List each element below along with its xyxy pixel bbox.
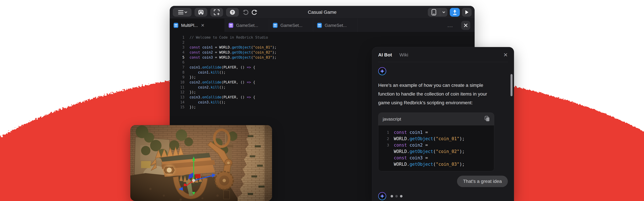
code-token: "coin_02" — [253, 50, 272, 54]
script-file-icon — [228, 22, 234, 28]
code-token: "coin_03" — [436, 162, 459, 167]
ai-message: Here's an example of how you can create … — [378, 81, 489, 107]
code-token: onCollide — [202, 80, 221, 84]
typing-dot — [395, 195, 398, 197]
code-card-header: javascript — [378, 113, 494, 125]
code-token: . — [209, 70, 211, 74]
code-token: getObject — [410, 149, 433, 154]
code-token: ); — [272, 55, 276, 59]
line-code: WORLD.getObject("coin_01"); — [394, 136, 465, 141]
code-token — [407, 155, 410, 160]
code-token: = — [213, 50, 219, 54]
code-token: . — [230, 50, 232, 54]
tab-bar: MultiPl...✕GameSet...GameSet...GameSet..… — [170, 19, 474, 32]
file-tab[interactable]: GameSet... — [225, 19, 269, 32]
code-token: getObject — [232, 55, 251, 59]
code-token: }); — [190, 75, 196, 79]
code-token: PLAYER — [224, 65, 236, 69]
code-token: const — [190, 50, 200, 54]
code-token: PLAYER — [224, 80, 236, 84]
typing-dot — [400, 195, 402, 197]
code-token: = — [422, 143, 428, 148]
line-code: }); — [190, 90, 196, 94]
code-token: const — [394, 143, 407, 148]
tab-close-icon[interactable]: ✕ — [201, 23, 204, 28]
code-token: . — [200, 95, 202, 99]
line-number: 2 — [378, 137, 394, 141]
file-tab[interactable]: GameSet... — [269, 19, 313, 32]
line-code: WORLD.getObject("coin_02"); — [394, 149, 465, 154]
code-token: { — [251, 80, 255, 84]
toolbar: ? Casual Game — [170, 6, 474, 19]
panel-scrollbar-thumb[interactable] — [510, 74, 512, 96]
copy-icon — [485, 116, 490, 122]
code-token: WORLD — [394, 162, 407, 167]
sparkle-icon — [380, 69, 384, 74]
screenshot-canvas: ? Casual Game — [0, 0, 644, 201]
code-token — [190, 70, 198, 74]
code-token: . — [230, 45, 232, 49]
close-icon — [464, 23, 468, 27]
code-token: ); — [459, 162, 464, 167]
code-token: coin2 — [190, 80, 200, 84]
script-file-icon — [174, 22, 178, 28]
code-token: => — [247, 95, 251, 99]
code-token: . — [407, 162, 410, 167]
card-code-line: WORLD.getObject("coin_02"); — [378, 148, 494, 155]
code-token: coin2 — [202, 50, 213, 54]
line-number: 15 — [170, 105, 190, 109]
code-token: => — [247, 80, 251, 84]
code-token: . — [209, 85, 211, 89]
code-token: . — [230, 55, 232, 59]
tabbar-close-button[interactable] — [461, 21, 470, 30]
code-token: const — [394, 130, 407, 135]
code-token: ( — [433, 162, 436, 167]
code-token: ); — [459, 149, 464, 154]
copy-button[interactable] — [485, 116, 490, 122]
ai-panel-header: AI Bot Wiki ✕ — [378, 52, 508, 58]
code-token: { — [251, 95, 255, 99]
code-token: WORLD — [219, 45, 230, 49]
line-code: }); — [190, 105, 196, 109]
code-token: "coin_02" — [436, 149, 459, 154]
code-token — [407, 130, 410, 135]
line-number: 11 — [170, 85, 190, 89]
card-code-line: 2WORLD.getObject("coin_01"); — [378, 135, 494, 142]
code-token: coin3 — [410, 155, 422, 160]
code-token: getObject — [410, 136, 433, 141]
line-number: 7 — [170, 65, 190, 69]
code-token: // Welcome to Code in Redbrick Studio — [190, 36, 268, 40]
code-token: const — [190, 55, 200, 59]
code-token: }); — [190, 105, 196, 109]
line-code: const coin3 = WORLD.getObject("coin_03")… — [190, 55, 276, 59]
script-file-icon — [317, 22, 322, 28]
code-token: , () — [236, 80, 247, 84]
file-tab[interactable]: MultiPl...✕ — [170, 19, 225, 32]
code-token: ( — [251, 45, 253, 49]
code-token: . — [407, 149, 410, 154]
typing-indicator — [390, 195, 405, 197]
line-number: 12 — [170, 90, 190, 94]
tab-overflow-menu[interactable]: ... — [448, 19, 453, 32]
code-token: getObject — [232, 50, 251, 54]
code-token — [407, 143, 410, 148]
code-token: WORLD — [219, 50, 230, 54]
line-code: const coin2 = — [394, 143, 428, 148]
line-code: const coin1 = — [394, 130, 428, 135]
code-token — [190, 100, 198, 104]
code-language-label: javascript — [383, 117, 401, 122]
code-token: ); — [272, 45, 276, 49]
tab-ai-bot[interactable]: AI Bot — [378, 52, 392, 58]
game-viewport[interactable] — [130, 125, 272, 201]
script-file-icon — [273, 22, 278, 28]
line-code: WORLD.getObject("coin_03"); — [394, 162, 465, 167]
ai-panel-close-icon[interactable]: ✕ — [503, 52, 508, 58]
code-token: , () — [236, 95, 247, 99]
file-tab[interactable]: GameSet... — [313, 19, 358, 32]
code-token: . — [200, 65, 202, 69]
tab-wiki[interactable]: Wiki — [399, 52, 408, 58]
code-token: { — [251, 65, 255, 69]
code-token: (); — [219, 100, 226, 104]
code-token: getObject — [410, 162, 433, 167]
line-number: 1 — [378, 130, 394, 134]
